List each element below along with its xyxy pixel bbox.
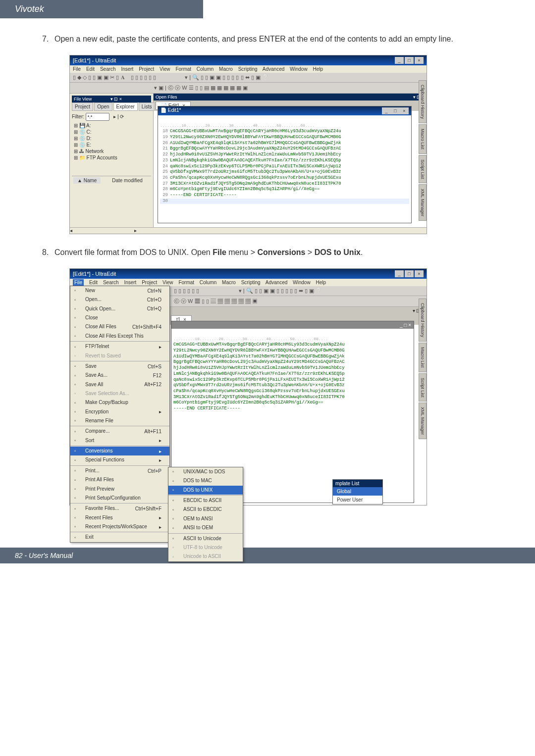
doc-min-icon[interactable]: _ bbox=[382, 107, 391, 114]
menu-item-print-all-files[interactable]: ▫Print All Files bbox=[70, 475, 169, 484]
menu-item-print-setup-configuration[interactable]: ▫Print Setup/Configuration bbox=[70, 494, 169, 503]
menu-column[interactable]: Column bbox=[197, 66, 214, 72]
tab-lists[interactable]: Lists bbox=[139, 102, 155, 111]
template-global[interactable]: Global bbox=[333, 487, 382, 496]
menu-item-close-all-files-except-this[interactable]: ▫Close All Files Except This bbox=[70, 332, 169, 341]
menu-item-new[interactable]: ▫NewCtrl+N bbox=[70, 286, 169, 295]
submenu-item-oem-to-ansi[interactable]: ▫OEM to ANSI bbox=[168, 514, 243, 523]
menu-item-recent-files[interactable]: ▫Recent Files▸ bbox=[70, 513, 169, 522]
menu-item-favorite-files-[interactable]: ▫Favorite Files...Ctrl+Shift+F bbox=[70, 504, 169, 513]
certificate-text[interactable]: .........10........20........30........4… bbox=[158, 115, 411, 206]
submenu-item-utf-to-unicode[interactable]: ▫UTF-8 to Unicode bbox=[168, 543, 243, 552]
window-title: [Edit1*] - UltraEdit bbox=[73, 57, 116, 63]
step-number: 7. bbox=[42, 33, 54, 45]
menu-item-exit[interactable]: ▫Exit bbox=[70, 533, 169, 542]
submenu-item-ascii-to-unicode[interactable]: ▫ASCII to Unicode bbox=[168, 534, 243, 543]
maximize-icon[interactable]: □ bbox=[405, 57, 414, 64]
menu-window[interactable]: Window bbox=[293, 280, 311, 285]
menu-insert[interactable]: Insert bbox=[124, 280, 136, 285]
template-list-popup: mplate List Global Power User bbox=[332, 479, 383, 504]
doc-close-icon[interactable]: × bbox=[400, 107, 409, 114]
menu-project[interactable]: Project bbox=[142, 280, 157, 285]
menu-item-print-preview[interactable]: ▫Print Preview bbox=[70, 485, 169, 494]
tab-open[interactable]: Open bbox=[94, 102, 112, 111]
menu-scripting[interactable]: Scripting bbox=[241, 280, 261, 285]
menu-edit[interactable]: Edit bbox=[86, 66, 95, 72]
menu-item-special-functions[interactable]: ▫Special Functions▸ bbox=[70, 455, 169, 464]
menu-project[interactable]: Project bbox=[139, 66, 154, 72]
menu-item-close[interactable]: ▫Close bbox=[70, 313, 169, 322]
menu-help[interactable]: Help bbox=[316, 280, 326, 285]
certificate-text[interactable]: .........10........20........30........4… bbox=[171, 329, 414, 414]
vtab-xml[interactable]: XML Manager bbox=[419, 403, 427, 439]
drive-e[interactable]: ⊞ 💿 E: bbox=[72, 142, 151, 148]
drive-d[interactable]: ⊞ 💿 D: bbox=[72, 135, 151, 142]
menu-item-open-[interactable]: ▫Open...Ctrl+O bbox=[70, 295, 169, 304]
menu-item-save-selection-as-[interactable]: ▫Save Selection As... bbox=[70, 389, 169, 398]
menu-item-rename-file[interactable]: ▫Rename File bbox=[70, 416, 169, 425]
minimize-icon[interactable]: _ bbox=[395, 57, 404, 64]
menu-macro[interactable]: Macro bbox=[219, 66, 233, 72]
vtab-script[interactable]: Script List bbox=[419, 373, 427, 402]
vtab-script[interactable]: Script List bbox=[419, 155, 427, 184]
menu-window[interactable]: Window bbox=[290, 66, 308, 72]
menu-scripting[interactable]: Scripting bbox=[238, 66, 258, 72]
tree-network[interactable]: ⊞ 🖧 Network bbox=[72, 148, 151, 154]
menu-search[interactable]: Search bbox=[103, 280, 119, 285]
submenu-item-unicode-to-ascii[interactable]: ▫Unicode to ASCII bbox=[168, 552, 243, 561]
submenu-item-ascii-to-ebcdic[interactable]: ▫ASCII to EBCDIC bbox=[168, 505, 243, 514]
menu-item-save-all[interactable]: ▫Save AllAlt+F12 bbox=[70, 380, 169, 389]
menu-file[interactable]: File bbox=[73, 279, 84, 286]
menu-macro[interactable]: Macro bbox=[222, 280, 236, 285]
minimize-icon[interactable]: _ bbox=[395, 270, 404, 277]
vtab-xml[interactable]: XML Manager bbox=[419, 184, 427, 221]
menu-search[interactable]: Search bbox=[100, 66, 116, 72]
menu-edit[interactable]: Edit bbox=[89, 280, 98, 285]
doc-max-icon[interactable]: □ bbox=[391, 107, 400, 114]
drive-a[interactable]: ⊞ 💾 A: bbox=[72, 122, 151, 129]
close-icon[interactable]: × bbox=[415, 57, 424, 64]
maximize-icon[interactable]: □ bbox=[405, 270, 414, 277]
tab-explorer[interactable]: Explorer bbox=[113, 102, 138, 111]
menu-view[interactable]: View bbox=[162, 280, 173, 285]
menu-item-ftp-telnet[interactable]: ▫FTP/Telnet▸ bbox=[70, 342, 169, 351]
menu-item-encryption[interactable]: ▫Encryption▸ bbox=[70, 407, 169, 416]
menu-help[interactable]: Help bbox=[313, 66, 323, 72]
menu-item-revert-to-saved[interactable]: ▫Revert to Saved bbox=[70, 352, 169, 360]
filter-input[interactable] bbox=[86, 113, 109, 121]
menu-column[interactable]: Column bbox=[200, 280, 216, 285]
menu-item-conversions[interactable]: ▫Conversions▸ bbox=[70, 447, 169, 455]
drive-c[interactable]: ⊞ 💿 C: bbox=[72, 129, 151, 135]
close-icon[interactable]: × bbox=[415, 270, 424, 277]
vtab-macro[interactable]: Macro List bbox=[419, 124, 427, 154]
menu-file[interactable]: File bbox=[73, 66, 81, 72]
vtab-clipboard[interactable]: Clipboard History bbox=[419, 80, 427, 123]
vtab-macro[interactable]: Macro List bbox=[419, 343, 427, 372]
menu-item-save-as-[interactable]: ▫Save As...F12 bbox=[70, 371, 169, 380]
menu-format[interactable]: Format bbox=[175, 66, 191, 72]
submenu-item-ansi-to-oem[interactable]: ▫ANSI to OEM bbox=[168, 523, 243, 532]
menu-view[interactable]: View bbox=[160, 66, 170, 72]
vtab-clipboard[interactable]: Clipboard History bbox=[419, 299, 427, 342]
submenu-item-unix-mac-to-dos[interactable]: ▫UNIX/MAC to DOS bbox=[168, 467, 243, 476]
menu-insert[interactable]: Insert bbox=[121, 66, 133, 72]
tab-project[interactable]: Project bbox=[72, 102, 93, 111]
menu-item-recent-projects-workspace[interactable]: ▫Recent Projects/WorkSpace▸ bbox=[70, 522, 169, 531]
menu-item-make-copy-backup[interactable]: ▫Make Copy/Backup bbox=[70, 398, 169, 407]
menu-advanced[interactable]: Advanced bbox=[266, 280, 287, 285]
doc-titlebar: _ □ × bbox=[171, 321, 414, 329]
menu-item-save[interactable]: ▫SaveCtrl+S bbox=[70, 362, 169, 371]
submenu-item-dos-to-unix[interactable]: ▫DOS to UNIX bbox=[168, 486, 243, 495]
menu-item-sort[interactable]: ▫Sort▸ bbox=[70, 436, 169, 445]
menu-format[interactable]: Format bbox=[178, 280, 194, 285]
tree-ftp[interactable]: ⊞ 📁 FTP Accounts bbox=[72, 154, 151, 161]
menu-advanced[interactable]: Advanced bbox=[263, 66, 284, 72]
submenu-item-dos-to-mac[interactable]: ▫DOS to MAC bbox=[168, 476, 243, 485]
menu-item-print-[interactable]: ▫Print...Ctrl+P bbox=[70, 466, 169, 475]
window-titlebar: [Edit1*] - UltraEdit _ □ × bbox=[70, 269, 427, 279]
menu-item-compare-[interactable]: ▫Compare...Alt+F11 bbox=[70, 427, 169, 436]
menu-item-quick-open-[interactable]: ▫Quick Open...Ctrl+Q bbox=[70, 304, 169, 313]
template-poweruser[interactable]: Power User bbox=[333, 496, 382, 504]
menu-item-close-all-files[interactable]: ▫Close All FilesCtrl+Shift+F4 bbox=[70, 322, 169, 331]
submenu-item-ebcdic-to-ascii[interactable]: ▫EBCDIC to ASCII bbox=[168, 496, 243, 505]
